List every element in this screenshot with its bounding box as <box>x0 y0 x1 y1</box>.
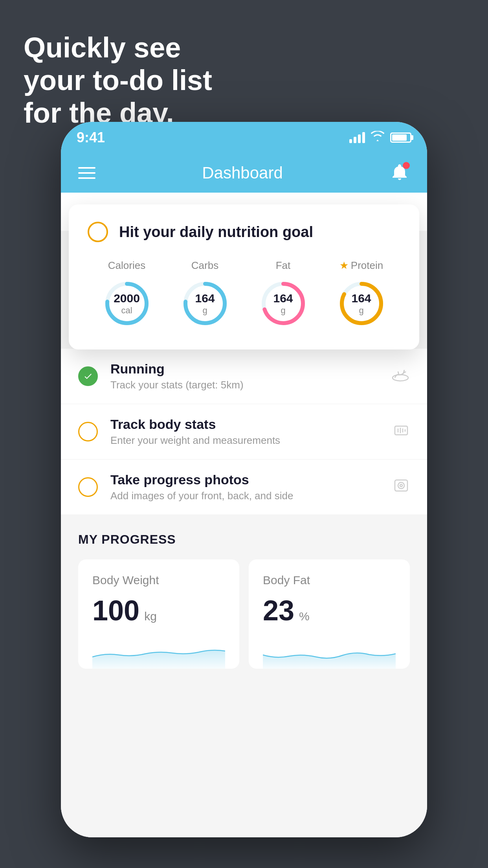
fat-value: 164 <box>273 291 293 305</box>
protein-label: Protein <box>351 259 383 272</box>
nutrition-carbs: Carbs 164 g <box>180 259 231 329</box>
body-fat-value-row: 23 % <box>263 596 396 625</box>
body-fat-wave <box>263 637 396 669</box>
todo-list: Running Track your stats (target: 5km) T… <box>61 349 427 515</box>
signal-icon <box>349 132 365 143</box>
status-bar: 9:41 <box>61 122 427 153</box>
body-stats-icon <box>393 421 410 442</box>
todo-body-stats-subtitle: Enter your weight and measurements <box>110 434 380 447</box>
fat-label: Fat <box>276 259 291 272</box>
todo-radio-body-stats[interactable] <box>78 422 98 441</box>
protein-circle: 164 g <box>336 278 387 329</box>
calories-label: Calories <box>108 259 145 272</box>
todo-item-running[interactable]: Running Track your stats (target: 5km) <box>61 349 427 404</box>
running-icon <box>391 367 410 386</box>
fat-circle: 164 g <box>258 278 309 329</box>
nutrition-protein: ★ Protein 164 g <box>336 259 387 329</box>
body-fat-card-title: Body Fat <box>263 574 396 587</box>
todo-photos-subtitle: Add images of your front, back, and side <box>110 490 380 502</box>
todo-running-text: Running Track your stats (target: 5km) <box>110 361 378 391</box>
headline: Quickly see your to-do list for the day. <box>24 31 212 129</box>
nutrition-calories: Calories 2000 cal <box>101 259 152 329</box>
todo-running-title: Running <box>110 361 378 377</box>
svg-rect-14 <box>395 480 407 491</box>
body-fat-card: Body Fat 23 % <box>249 559 410 669</box>
body-weight-card-title: Body Weight <box>92 574 225 587</box>
todo-body-stats-text: Track body stats Enter your weight and m… <box>110 417 380 447</box>
svg-point-16 <box>400 484 402 487</box>
body-weight-value-row: 100 kg <box>92 596 225 625</box>
nav-title: Dashboard <box>202 164 283 182</box>
star-icon: ★ <box>339 259 349 272</box>
carbs-label: Carbs <box>191 259 218 272</box>
notification-dot <box>403 162 410 169</box>
todo-radio-running[interactable] <box>78 366 98 386</box>
body-weight-wave <box>92 637 225 669</box>
body-weight-card: Body Weight 100 kg <box>78 559 239 669</box>
body-weight-value: 100 <box>92 596 139 625</box>
nutrition-card: Hit your daily nutrition goal Calories 2… <box>69 204 419 349</box>
main-content: THINGS TO DO TODAY Hit your daily nutrit… <box>61 193 427 837</box>
protein-label-row: ★ Protein <box>339 259 383 272</box>
headline-line1: Quickly see <box>24 31 212 64</box>
carbs-circle: 164 g <box>180 278 231 329</box>
wifi-icon <box>371 131 385 145</box>
notification-bell-button[interactable] <box>389 162 410 184</box>
battery-icon <box>390 132 411 143</box>
body-fat-unit: % <box>299 610 310 623</box>
calories-unit: cal <box>114 305 140 316</box>
photos-icon <box>393 477 410 498</box>
nutrition-fat: Fat 164 g <box>258 259 309 329</box>
progress-title: MY PROGRESS <box>78 532 410 547</box>
todo-photos-title: Take progress photos <box>110 472 380 487</box>
todo-radio-photos[interactable] <box>78 477 98 497</box>
phone-frame: 9:41 Da <box>61 122 427 837</box>
todo-photos-text: Take progress photos Add images of your … <box>110 472 380 502</box>
card-title: Hit your daily nutrition goal <box>119 224 313 241</box>
status-time: 9:41 <box>77 129 105 146</box>
nutrition-circles: Calories 2000 cal Carbs <box>88 259 400 329</box>
todo-running-subtitle: Track your stats (target: 5km) <box>110 379 378 391</box>
todo-item-body-stats[interactable]: Track body stats Enter your weight and m… <box>61 404 427 460</box>
fat-unit: g <box>273 305 293 316</box>
calories-value: 2000 <box>114 291 140 305</box>
body-fat-value: 23 <box>263 596 294 625</box>
body-weight-unit: kg <box>144 610 157 623</box>
hamburger-menu[interactable] <box>78 167 95 179</box>
headline-line2: your to-do list <box>24 64 212 97</box>
todo-item-photos[interactable]: Take progress photos Add images of your … <box>61 460 427 515</box>
protein-value: 164 <box>351 291 371 305</box>
status-icons <box>349 131 411 145</box>
progress-section: MY PROGRESS Body Weight 100 kg <box>61 515 427 669</box>
card-header: Hit your daily nutrition goal <box>88 222 400 242</box>
todo-body-stats-title: Track body stats <box>110 417 380 432</box>
nav-bar: Dashboard <box>61 153 427 193</box>
protein-unit: g <box>351 305 371 316</box>
svg-point-15 <box>398 482 404 489</box>
calories-circle: 2000 cal <box>101 278 152 329</box>
todo-radio-nutrition[interactable] <box>88 222 108 242</box>
carbs-value: 164 <box>195 291 215 305</box>
carbs-unit: g <box>195 305 215 316</box>
progress-cards: Body Weight 100 kg <box>78 559 410 669</box>
